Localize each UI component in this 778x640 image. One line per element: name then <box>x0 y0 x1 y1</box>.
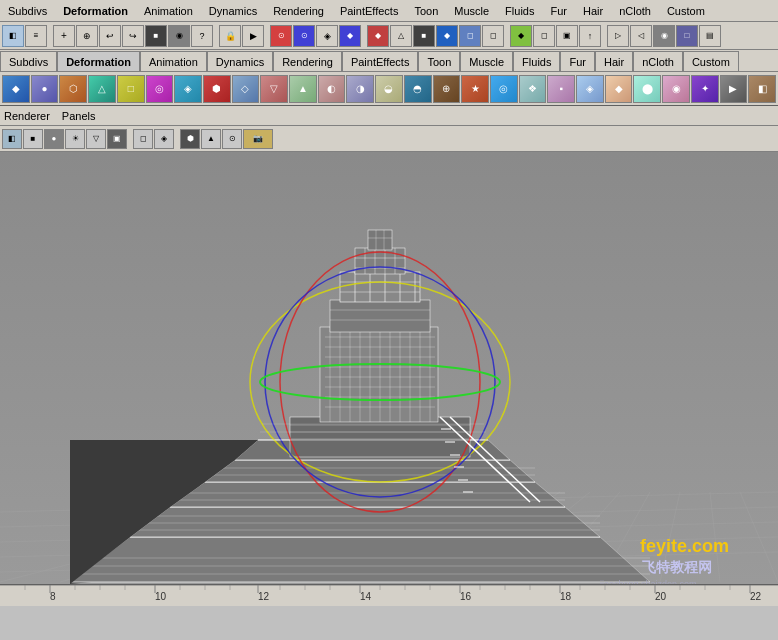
shelf-deform8[interactable]: ◓ <box>404 75 432 103</box>
shelf-deform17[interactable]: ◉ <box>662 75 690 103</box>
tool-5[interactable]: ↩ <box>99 25 121 47</box>
tab-rendering[interactable]: Rendering <box>273 51 342 71</box>
menubar: Subdivs Deformation Animation Dynamics R… <box>0 0 778 22</box>
shelf-extra2[interactable]: ◧ <box>748 75 776 103</box>
shelf-deform5[interactable]: ◐ <box>318 75 346 103</box>
menu-dynamics[interactable]: Dynamics <box>201 3 265 19</box>
tool-t3[interactable]: △ <box>390 25 412 47</box>
shelf-extra1[interactable]: ▶ <box>720 75 748 103</box>
shelf-deform7[interactable]: ◒ <box>375 75 403 103</box>
shelf-deform10[interactable]: ★ <box>461 75 489 103</box>
menu-rendering[interactable]: Rendering <box>265 3 332 19</box>
tool-t8[interactable]: ◆ <box>510 25 532 47</box>
shelf-cylinder[interactable]: ⬡ <box>59 75 87 103</box>
tool-t7[interactable]: ◻ <box>482 25 504 47</box>
vb-9[interactable]: ⬢ <box>180 129 200 149</box>
shelf-deform4[interactable]: ▲ <box>289 75 317 103</box>
shelf-deform18[interactable]: ✦ <box>691 75 719 103</box>
tool-t11[interactable]: ▷ <box>607 25 629 47</box>
tool-magnet3[interactable]: ◈ <box>316 25 338 47</box>
tab-muscle[interactable]: Muscle <box>460 51 513 71</box>
vb-8[interactable]: ◈ <box>154 129 174 149</box>
tab-fluids[interactable]: Fluids <box>513 51 560 71</box>
vb-5[interactable]: ▽ <box>86 129 106 149</box>
shelf-deform15[interactable]: ◆ <box>605 75 633 103</box>
tab-custom[interactable]: Custom <box>683 51 739 71</box>
menu-toon[interactable]: Toon <box>406 3 446 19</box>
t14-icon: □ <box>685 31 690 40</box>
tool-magnet2[interactable]: ⊙ <box>293 25 315 47</box>
vb-7[interactable]: ◻ <box>133 129 153 149</box>
tool-9[interactable]: ? <box>191 25 213 47</box>
menu-fluids[interactable]: Fluids <box>497 3 542 19</box>
shelf-deform12[interactable]: ❖ <box>519 75 547 103</box>
tool-t10[interactable]: ▣ <box>556 25 578 47</box>
menu-custom[interactable]: Custom <box>659 3 713 19</box>
vb-1[interactable]: ◧ <box>2 129 22 149</box>
shelf-deform6[interactable]: ◑ <box>346 75 374 103</box>
tool-t2[interactable]: ◆ <box>367 25 389 47</box>
tool-3[interactable]: + <box>53 25 75 47</box>
shelf-deform3[interactable]: ▽ <box>260 75 288 103</box>
shelf-deform11[interactable]: ◎ <box>490 75 518 103</box>
shelf-deform9[interactable]: ⊕ <box>433 75 461 103</box>
tool-8[interactable]: ◉ <box>168 25 190 47</box>
shelf-deform1[interactable]: ⬢ <box>203 75 231 103</box>
tab-toon[interactable]: Toon <box>418 51 460 71</box>
tab-hair[interactable]: Hair <box>595 51 633 71</box>
shelf-sphere[interactable]: ● <box>31 75 59 103</box>
tool-t6[interactable]: ◻ <box>459 25 481 47</box>
tool-t5[interactable]: ◆ <box>436 25 458 47</box>
vb-10[interactable]: ▲ <box>201 129 221 149</box>
tab-dynamics[interactable]: Dynamics <box>207 51 273 71</box>
tool-arrow-up[interactable]: ↑ <box>579 25 601 47</box>
menu-painteffects[interactable]: PaintEffects <box>332 3 407 19</box>
tool-6[interactable]: ↪ <box>122 25 144 47</box>
renderer-menu[interactable]: Renderer <box>4 110 50 122</box>
tool-t12[interactable]: ◁ <box>630 25 652 47</box>
tool-t9[interactable]: ◻ <box>533 25 555 47</box>
vb-11[interactable]: ⊙ <box>222 129 242 149</box>
vb-4[interactable]: ☀ <box>65 129 85 149</box>
menu-deformation[interactable]: Deformation <box>55 3 136 19</box>
tool-t13[interactable]: ◉ <box>653 25 675 47</box>
tool-play[interactable]: ▶ <box>242 25 264 47</box>
shelf-deform13[interactable]: ▪ <box>547 75 575 103</box>
vb-6[interactable]: ▣ <box>107 129 127 149</box>
shelf-cone[interactable]: △ <box>88 75 116 103</box>
tool-lock[interactable]: 🔒 <box>219 25 241 47</box>
tool-t15[interactable]: ▤ <box>699 25 721 47</box>
vb-3[interactable]: ● <box>44 129 64 149</box>
tab-deformation[interactable]: Deformation <box>57 51 140 71</box>
tool-7[interactable]: ■ <box>145 25 167 47</box>
menu-ncloth[interactable]: nCloth <box>611 3 659 19</box>
tab-fur[interactable]: Fur <box>560 51 595 71</box>
tool-t1[interactable]: ◆ <box>339 25 361 47</box>
viewport-3d[interactable]: feyite.com 飞特教程网 jiaocheng.chaizden.com <box>0 152 778 584</box>
shelf-deform16[interactable]: ⬤ <box>633 75 661 103</box>
tab-ncloth[interactable]: nCloth <box>633 51 683 71</box>
menu-subdivs[interactable]: Subdivs <box>0 3 55 19</box>
tab-subdivs[interactable]: Subdivs <box>0 51 57 71</box>
vb-2[interactable]: ■ <box>23 129 43 149</box>
tab-painteffects[interactable]: PaintEffects <box>342 51 419 71</box>
menu-hair[interactable]: Hair <box>575 3 611 19</box>
tool-magnet1[interactable]: ⊙ <box>270 25 292 47</box>
tab-animation[interactable]: Animation <box>140 51 207 71</box>
panels-menu[interactable]: Panels <box>62 110 96 122</box>
shelf-deform2[interactable]: ◇ <box>232 75 260 103</box>
menu-muscle[interactable]: Muscle <box>446 3 497 19</box>
shelf-cube-blue[interactable]: ◆ <box>2 75 30 103</box>
tool-t4[interactable]: ■ <box>413 25 435 47</box>
tool-select[interactable]: ◧ <box>2 25 24 47</box>
tool-2[interactable]: ≡ <box>25 25 47 47</box>
tool-t14[interactable]: □ <box>676 25 698 47</box>
shelf-deform14[interactable]: ◈ <box>576 75 604 103</box>
shelf-nurbs[interactable]: ◈ <box>174 75 202 103</box>
menu-animation[interactable]: Animation <box>136 3 201 19</box>
shelf-plane[interactable]: □ <box>117 75 145 103</box>
menu-fur[interactable]: Fur <box>542 3 575 19</box>
tool-4[interactable]: ⊕ <box>76 25 98 47</box>
vb-camera[interactable]: 📷 <box>243 129 273 149</box>
shelf-torus[interactable]: ◎ <box>146 75 174 103</box>
